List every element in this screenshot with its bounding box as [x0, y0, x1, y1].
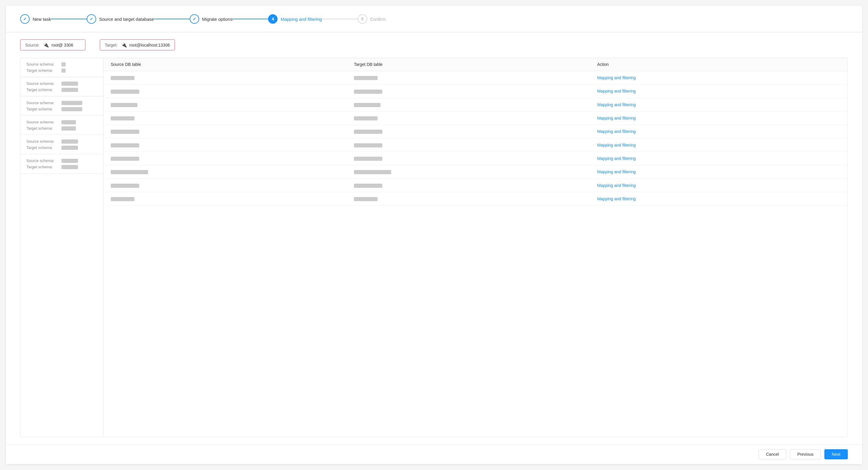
mapping-filtering-link-5[interactable]: Mapping and filtering — [597, 143, 636, 148]
next-button[interactable]: Next — [824, 449, 848, 459]
schema-target-row-3: Target schema:███████ — [26, 126, 97, 131]
mapping-filtering-link-6[interactable]: Mapping and filtering — [597, 156, 636, 161]
schema-source-row-2: Source schema:██████████ — [26, 101, 97, 105]
mapping-filtering-link-8[interactable]: Mapping and filtering — [597, 183, 636, 188]
schema-target-label-5: Target schema: — [26, 165, 59, 169]
table-source-cell-0: api_████████ — [111, 75, 354, 80]
schema-source-label-3: Source schema: — [26, 120, 59, 124]
schema-target-label-0: Target schema: — [26, 68, 59, 73]
table-target-cell-4: api_████████████ — [354, 129, 597, 134]
schema-source-val-3: ███████ — [61, 120, 76, 124]
connector-1 — [51, 19, 87, 19]
table-panel: Source DB table Target DB table Action a… — [103, 58, 847, 437]
step-source-target: Source and target database — [87, 14, 154, 24]
table-source-cell-6: api_████████████ — [111, 156, 354, 161]
table-target-cell-8: api_████████████ — [354, 183, 597, 188]
schema-panel: Source schema:██Target schema:██Source s… — [21, 58, 103, 437]
table-source-cell-8: api_████████████ — [111, 183, 354, 188]
step-mapping-filtering: 4 Mapping and filtering — [268, 14, 322, 24]
schema-target-val-2: ██████████ — [61, 107, 82, 111]
schema-source-val-4: ████████ — [61, 139, 78, 144]
table-row-8: api_████████████api_████████████Mapping … — [103, 179, 847, 192]
table-target-cell-9: api █████████ — [354, 196, 597, 201]
schema-target-val-4: ████████ — [61, 146, 78, 150]
target-label: Target: — [105, 43, 118, 48]
table-row-6: api_████████████api_████████████Mapping … — [103, 152, 847, 165]
schema-source-label-1: Source schema: — [26, 81, 59, 86]
mapping-filtering-link-9[interactable]: Mapping and filtering — [597, 196, 636, 201]
main-panel: Source schema:██Target schema:██Source s… — [20, 58, 848, 437]
table-target-cell-3: api_█████████ — [354, 116, 597, 121]
schema-target-val-3: ███████ — [61, 126, 76, 131]
source-db-box: Source: 🔌 root@ 3306 — [20, 39, 86, 51]
schema-source-row-5: Source schema:████████ — [26, 158, 97, 163]
header-source-db-table: Source DB table — [111, 62, 354, 67]
table-source-cell-9: api █████████ — [111, 196, 354, 201]
header-action: Action — [597, 62, 840, 67]
step-icon-source-target — [87, 14, 96, 24]
mapping-filtering-link-7[interactable]: Mapping and filtering — [597, 169, 636, 174]
table-action-cell-3: Mapping and filtering — [597, 116, 840, 121]
table-target-cell-6: api_████████████ — [354, 156, 597, 161]
schema-target-row-0: Target schema:██ — [26, 68, 97, 73]
table-target-cell-2: api_███████████ — [354, 102, 597, 107]
table-target-cell-5: api_████████████ — [354, 143, 597, 147]
table-source-cell-5: api_████████████ — [111, 143, 354, 147]
schema-target-label-2: Target schema: — [26, 107, 59, 111]
source-db-value: root@ 3306 — [51, 43, 73, 48]
schema-source-val-1: ████████ — [61, 82, 78, 86]
target-db-icon: 🔌 — [121, 42, 127, 48]
table-row-4: api_████████████api_████████████Mapping … — [103, 125, 847, 138]
table-source-cell-7: api_█████████████████ — [111, 169, 354, 174]
previous-button[interactable]: Previous — [790, 449, 821, 459]
table-row-7: api_█████████████████api_███████████████… — [103, 165, 847, 179]
table-row-2: api_███████████api_███████████Mapping an… — [103, 98, 847, 112]
schema-source-val-2: ██████████ — [61, 101, 82, 105]
schema-target-val-1: ████████ — [61, 88, 78, 92]
step-label-mapping-filtering: Mapping and filtering — [281, 17, 322, 22]
mapping-filtering-link-1[interactable]: Mapping and filtering — [597, 89, 636, 93]
table-action-cell-4: Mapping and filtering — [597, 129, 840, 134]
schema-source-val-5: ████████ — [61, 159, 78, 163]
target-db-box: Target: 🔌 root@localhost:13306 — [100, 39, 175, 51]
step-confirm: 5 Confirm — [358, 14, 386, 24]
schema-item-2: Source schema:██████████Target schema:██… — [21, 96, 103, 116]
schema-item-5: Source schema:████████Target schema:████… — [21, 154, 103, 174]
source-label: Source: — [25, 43, 39, 48]
schema-target-label-4: Target schema: — [26, 146, 59, 150]
schema-source-val-0: ██ — [61, 62, 66, 66]
step-icon-mapping-filtering: 4 — [268, 14, 278, 24]
stepper: New task Source and target database Migr… — [6, 6, 862, 32]
mapping-filtering-link-4[interactable]: Mapping and filtering — [597, 129, 636, 134]
schema-source-row-4: Source schema:████████ — [26, 139, 97, 144]
table-row-1: api_████████████api_████████████Mapping … — [103, 85, 847, 98]
mapping-filtering-link-0[interactable]: Mapping and filtering — [597, 75, 636, 80]
mapping-filtering-link-2[interactable]: Mapping and filtering — [597, 102, 636, 107]
table-action-cell-2: Mapping and filtering — [597, 102, 840, 107]
table-row-9: api █████████api █████████Mapping and fi… — [103, 192, 847, 206]
schema-item-4: Source schema:████████Target schema:████… — [21, 135, 103, 154]
table-action-cell-7: Mapping and filtering — [597, 169, 840, 174]
table-target-cell-7: api_█████████████████ — [354, 169, 597, 174]
step-label-migrate-options: Migrate options — [202, 17, 233, 22]
schema-item-1: Source schema:████████Target schema:████… — [21, 77, 103, 96]
source-db-icon: 🔌 — [43, 42, 49, 48]
schema-source-row-1: Source schema:████████ — [26, 81, 97, 86]
schema-source-label-2: Source schema: — [26, 101, 59, 105]
schema-target-row-5: Target schema:████████ — [26, 165, 97, 169]
mapping-filtering-link-3[interactable]: Mapping and filtering — [597, 116, 636, 121]
table-source-cell-4: api_████████████ — [111, 129, 354, 134]
table-target-cell-1: api_████████████ — [354, 89, 597, 93]
step-label-new-task: New task — [33, 17, 51, 22]
main-content: Source: 🔌 root@ 3306 Target: 🔌 root@loca… — [6, 32, 862, 444]
connector-4 — [322, 19, 358, 19]
table-action-cell-0: Mapping and filtering — [597, 75, 840, 80]
table-rows: api_████████api_████████Mapping and filt… — [103, 71, 847, 206]
step-icon-confirm: 5 — [358, 14, 367, 24]
table-target-cell-0: api_████████ — [354, 75, 597, 80]
schema-source-label-0: Source schema: — [26, 62, 59, 66]
schema-target-val-0: ██ — [61, 68, 66, 73]
step-label-source-target: Source and target database — [99, 17, 154, 22]
cancel-button[interactable]: Cancel — [758, 449, 786, 459]
source-target-row: Source: 🔌 root@ 3306 Target: 🔌 root@loca… — [20, 39, 848, 51]
